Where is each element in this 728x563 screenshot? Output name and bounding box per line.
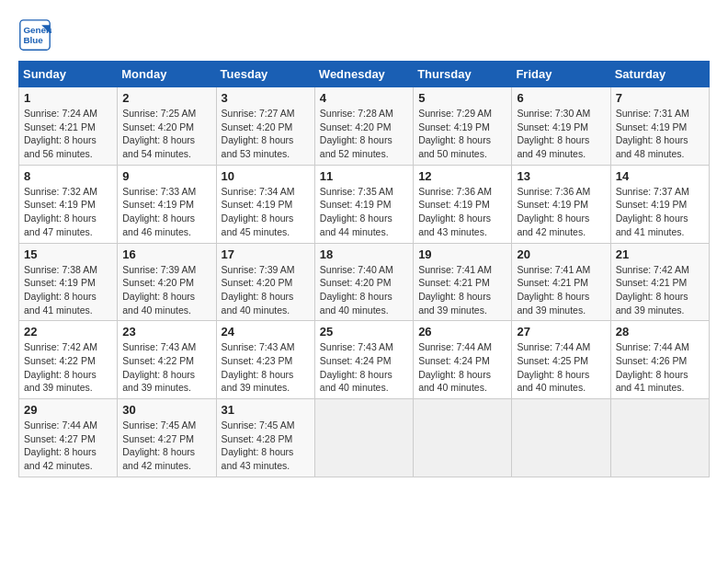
calendar-day-cell: 22 Sunrise: 7:42 AMSunset: 4:22 PMDaylig… [19,321,118,399]
day-number: 30 [122,403,210,417]
calendar-day-cell: 9 Sunrise: 7:33 AMSunset: 4:19 PMDayligh… [118,165,216,243]
day-info: Sunrise: 7:44 AMSunset: 4:27 PMDaylight:… [24,419,97,471]
day-info: Sunrise: 7:36 AMSunset: 4:19 PMDaylight:… [418,186,492,237]
calendar-day-cell: 3 Sunrise: 7:27 AMSunset: 4:20 PMDayligh… [216,87,314,166]
weekday-header: Friday [512,62,610,87]
day-info: Sunrise: 7:25 AMSunset: 4:20 PMDaylight:… [122,108,196,159]
day-number: 8 [24,169,112,183]
weekday-header: Saturday [610,62,709,87]
page-header: General Blue [18,18,710,52]
day-info: Sunrise: 7:40 AMSunset: 4:20 PMDaylight:… [320,264,393,316]
weekday-header: Tuesday [216,62,314,87]
calendar-day-cell: 12 Sunrise: 7:36 AMSunset: 4:19 PMDaylig… [414,165,512,243]
day-info: Sunrise: 7:45 AMSunset: 4:28 PMDaylight:… [222,419,295,471]
calendar-day-cell: 8 Sunrise: 7:32 AMSunset: 4:19 PMDayligh… [19,165,118,243]
day-info: Sunrise: 7:37 AMSunset: 4:19 PMDaylight:… [616,186,689,237]
calendar-day-cell: 4 Sunrise: 7:28 AMSunset: 4:20 PMDayligh… [314,87,413,166]
calendar-day-cell: 20 Sunrise: 7:41 AMSunset: 4:21 PMDaylig… [512,243,610,321]
weekday-header: Thursday [414,62,512,87]
day-number: 6 [517,91,605,105]
day-number: 21 [616,247,704,261]
day-info: Sunrise: 7:43 AMSunset: 4:23 PMDaylight:… [222,341,295,393]
weekday-header: Sunday [19,62,118,87]
day-number: 19 [418,247,506,261]
calendar-week-row: 22 Sunrise: 7:42 AMSunset: 4:22 PMDaylig… [19,321,710,399]
day-number: 31 [222,403,310,417]
calendar-day-cell: 31 Sunrise: 7:45 AMSunset: 4:28 PMDaylig… [216,399,314,477]
calendar-day-cell: 10 Sunrise: 7:34 AMSunset: 4:19 PMDaylig… [216,165,314,243]
day-info: Sunrise: 7:36 AMSunset: 4:19 PMDaylight:… [517,186,590,237]
day-number: 25 [320,325,408,339]
calendar-day-cell: 28 Sunrise: 7:44 AMSunset: 4:26 PMDaylig… [610,321,709,399]
day-number: 3 [222,91,310,105]
calendar-day-cell: 7 Sunrise: 7:31 AMSunset: 4:19 PMDayligh… [610,87,709,166]
day-info: Sunrise: 7:41 AMSunset: 4:21 PMDaylight:… [418,264,492,316]
calendar-day-cell: 5 Sunrise: 7:29 AMSunset: 4:19 PMDayligh… [414,87,512,166]
day-info: Sunrise: 7:27 AMSunset: 4:20 PMDaylight:… [222,108,295,159]
calendar-table: SundayMondayTuesdayWednesdayThursdayFrid… [18,61,710,477]
day-number: 28 [616,325,704,339]
calendar-day-cell: 26 Sunrise: 7:44 AMSunset: 4:24 PMDaylig… [414,321,512,399]
day-number: 29 [24,403,112,417]
calendar-day-cell: 29 Sunrise: 7:44 AMSunset: 4:27 PMDaylig… [19,399,118,477]
calendar-day-cell: 14 Sunrise: 7:37 AMSunset: 4:19 PMDaylig… [610,165,709,243]
calendar-day-cell [512,399,610,477]
day-info: Sunrise: 7:41 AMSunset: 4:21 PMDaylight:… [517,264,590,316]
calendar-day-cell: 30 Sunrise: 7:45 AMSunset: 4:27 PMDaylig… [118,399,216,477]
calendar-day-cell: 25 Sunrise: 7:43 AMSunset: 4:24 PMDaylig… [314,321,413,399]
header-row: SundayMondayTuesdayWednesdayThursdayFrid… [19,62,710,87]
calendar-day-cell: 23 Sunrise: 7:43 AMSunset: 4:22 PMDaylig… [118,321,216,399]
day-info: Sunrise: 7:24 AMSunset: 4:21 PMDaylight:… [24,108,97,159]
calendar-day-cell [314,399,413,477]
calendar-body: 1 Sunrise: 7:24 AMSunset: 4:21 PMDayligh… [19,87,710,477]
calendar-week-row: 29 Sunrise: 7:44 AMSunset: 4:27 PMDaylig… [19,399,710,477]
day-number: 23 [122,325,210,339]
day-info: Sunrise: 7:28 AMSunset: 4:20 PMDaylight:… [320,108,393,159]
calendar-day-cell: 18 Sunrise: 7:40 AMSunset: 4:20 PMDaylig… [314,243,413,321]
day-number: 7 [616,91,704,105]
day-info: Sunrise: 7:34 AMSunset: 4:19 PMDaylight:… [222,186,295,237]
day-number: 17 [222,247,310,261]
calendar-day-cell: 2 Sunrise: 7:25 AMSunset: 4:20 PMDayligh… [118,87,216,166]
calendar-day-cell: 16 Sunrise: 7:39 AMSunset: 4:20 PMDaylig… [118,243,216,321]
day-info: Sunrise: 7:44 AMSunset: 4:26 PMDaylight:… [616,341,689,393]
day-number: 4 [320,91,408,105]
day-number: 18 [320,247,408,261]
logo-icon: General Blue [18,18,51,52]
calendar-week-row: 15 Sunrise: 7:38 AMSunset: 4:19 PMDaylig… [19,243,710,321]
day-info: Sunrise: 7:43 AMSunset: 4:22 PMDaylight:… [122,341,196,393]
calendar-day-cell: 24 Sunrise: 7:43 AMSunset: 4:23 PMDaylig… [216,321,314,399]
day-info: Sunrise: 7:42 AMSunset: 4:22 PMDaylight:… [24,341,97,393]
calendar-day-cell: 15 Sunrise: 7:38 AMSunset: 4:19 PMDaylig… [19,243,118,321]
day-number: 20 [517,247,605,261]
day-number: 13 [517,169,605,183]
day-number: 1 [24,91,112,105]
day-info: Sunrise: 7:45 AMSunset: 4:27 PMDaylight:… [122,419,196,471]
day-number: 27 [517,325,605,339]
day-number: 2 [122,91,210,105]
day-info: Sunrise: 7:31 AMSunset: 4:19 PMDaylight:… [616,108,689,159]
calendar-week-row: 1 Sunrise: 7:24 AMSunset: 4:21 PMDayligh… [19,87,710,166]
day-number: 26 [418,325,506,339]
calendar-day-cell: 11 Sunrise: 7:35 AMSunset: 4:19 PMDaylig… [314,165,413,243]
day-info: Sunrise: 7:33 AMSunset: 4:19 PMDaylight:… [122,186,196,237]
day-info: Sunrise: 7:44 AMSunset: 4:24 PMDaylight:… [418,341,492,393]
day-info: Sunrise: 7:29 AMSunset: 4:19 PMDaylight:… [418,108,492,159]
logo: General Blue [18,18,55,52]
day-info: Sunrise: 7:35 AMSunset: 4:19 PMDaylight:… [320,186,393,237]
day-info: Sunrise: 7:42 AMSunset: 4:21 PMDaylight:… [616,264,689,316]
day-info: Sunrise: 7:39 AMSunset: 4:20 PMDaylight:… [122,264,196,316]
day-info: Sunrise: 7:39 AMSunset: 4:20 PMDaylight:… [222,264,295,316]
day-number: 12 [418,169,506,183]
calendar-day-cell: 19 Sunrise: 7:41 AMSunset: 4:21 PMDaylig… [414,243,512,321]
day-number: 5 [418,91,506,105]
calendar-day-cell: 27 Sunrise: 7:44 AMSunset: 4:25 PMDaylig… [512,321,610,399]
calendar-day-cell: 13 Sunrise: 7:36 AMSunset: 4:19 PMDaylig… [512,165,610,243]
svg-text:Blue: Blue [23,35,43,45]
day-info: Sunrise: 7:32 AMSunset: 4:19 PMDaylight:… [24,186,97,237]
day-number: 10 [222,169,310,183]
calendar-day-cell: 1 Sunrise: 7:24 AMSunset: 4:21 PMDayligh… [19,87,118,166]
calendar-day-cell: 21 Sunrise: 7:42 AMSunset: 4:21 PMDaylig… [610,243,709,321]
day-info: Sunrise: 7:43 AMSunset: 4:24 PMDaylight:… [320,341,393,393]
calendar-header: SundayMondayTuesdayWednesdayThursdayFrid… [19,62,710,87]
